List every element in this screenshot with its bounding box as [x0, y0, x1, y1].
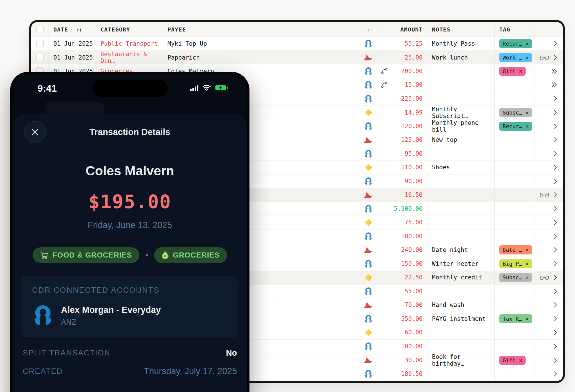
amount-value: 22.50: [405, 274, 423, 281]
chevron-icon[interactable]: [554, 41, 557, 46]
chevron-icon[interactable]: [554, 261, 557, 266]
chevron-icon[interactable]: [554, 275, 557, 280]
table-row[interactable]: 01 Jun 2025Public TransportMyki Top Up55…: [31, 37, 563, 51]
row-select-cell: [31, 37, 49, 50]
account-row[interactable]: Alex Morgan - Everyday ANZ: [32, 304, 228, 327]
notes-column-header[interactable]: NOTES: [427, 22, 495, 37]
tag-cell: [495, 326, 534, 340]
chevron-icon[interactable]: [554, 316, 557, 321]
sort-icon[interactable]: ↑↓: [367, 26, 372, 33]
amount-value: 240.00: [401, 246, 423, 253]
chevron-icon[interactable]: [554, 96, 557, 101]
chevron-icon[interactable]: [554, 192, 557, 197]
tag-pill[interactable]: Recur…×: [499, 122, 532, 131]
actions-cell: [534, 284, 563, 298]
category-column-header[interactable]: CATEGORY: [96, 22, 163, 37]
chevron-icon[interactable]: [554, 247, 557, 252]
anz-bank-icon: [364, 232, 373, 241]
row-checkbox[interactable]: [36, 40, 44, 47]
qantas-bank-icon: [364, 357, 373, 364]
select-all-checkbox[interactable]: [36, 26, 44, 33]
tag-pill[interactable]: Subsc…×: [499, 108, 532, 117]
merchant-name: Coles Malvern: [13, 163, 247, 178]
amount-value: 550.00: [401, 315, 423, 322]
actions-cell: [534, 353, 563, 367]
tag-remove-icon[interactable]: ×: [526, 109, 529, 116]
notes-cell: [427, 216, 495, 229]
actions-cell: [534, 202, 563, 216]
notes-cell: New top: [427, 133, 495, 147]
transaction-details-sheet: Transaction Details Coles Malvern $195.0…: [13, 114, 247, 392]
tag-remove-icon[interactable]: ×: [526, 316, 529, 322]
anz-bank-icon: [32, 304, 54, 327]
chevron-icon[interactable]: [554, 289, 557, 294]
chevron-icon[interactable]: [554, 330, 557, 335]
tag-pill[interactable]: Recur…×: [499, 39, 532, 48]
amount-value: 150.00: [401, 260, 423, 267]
actions-cell: [534, 367, 563, 381]
anz-bank-icon: [364, 39, 373, 48]
tag-remove-icon[interactable]: ×: [519, 68, 522, 74]
chevron-icon[interactable]: [554, 220, 557, 225]
tag-column-header[interactable]: TAG: [495, 22, 534, 37]
tag-cell: Tax R…×: [495, 312, 534, 326]
tag-cell: [495, 202, 534, 216]
amount-cell: 55.25: [377, 37, 427, 50]
chevron-icon[interactable]: [554, 124, 557, 129]
notes-cell: [427, 284, 495, 298]
chevron-icon[interactable]: [554, 371, 557, 376]
date-column-header[interactable]: DATE ↑↓: [49, 22, 96, 37]
amount-column-header[interactable]: AMOUNT: [377, 22, 427, 37]
status-icons: [190, 84, 228, 92]
table-row[interactable]: 01 Jun 2025Restaurants & Din…Papparich25…: [31, 51, 563, 65]
actions-cell: [534, 188, 563, 202]
tag-remove-icon[interactable]: ×: [526, 41, 529, 47]
notes-cell: Shoes: [427, 161, 495, 174]
qantas-bank-icon: [364, 54, 373, 61]
tag-remove-icon[interactable]: ×: [526, 54, 529, 61]
amount-cell: 15.00: [377, 78, 427, 92]
amount-cell: 125.00: [377, 133, 427, 147]
chevron-icon[interactable]: [554, 234, 557, 239]
tag-remove-icon[interactable]: ×: [526, 123, 529, 129]
double-chevron-icon[interactable]: [552, 82, 557, 87]
tag-pill[interactable]: Date …×: [499, 245, 532, 254]
sort-icon[interactable]: ↑↓: [76, 26, 81, 33]
tag-pill[interactable]: Tax R…×: [499, 314, 532, 323]
chevron-icon[interactable]: [554, 55, 557, 60]
actions-cell: [534, 298, 563, 312]
anz-bank-icon: [364, 122, 373, 130]
chevron-icon[interactable]: [554, 344, 557, 349]
amount-value: 95.00: [405, 150, 423, 157]
tag-pill[interactable]: Subsc…×: [499, 273, 532, 282]
chevron-icon[interactable]: [554, 206, 557, 211]
created-value: Thursday, July 17, 2025: [144, 366, 237, 376]
category-pill-groceries[interactable]: GROCERIES: [154, 247, 227, 263]
chevron-icon[interactable]: [554, 110, 557, 115]
chevron-icon[interactable]: [554, 358, 557, 363]
tag-pill[interactable]: Gift×: [499, 356, 526, 365]
double-chevron-icon[interactable]: [552, 69, 557, 74]
amount-cell: 55.00: [377, 284, 427, 298]
tag-remove-icon[interactable]: ×: [526, 274, 529, 281]
notes-cell: PAYG instalment: [427, 312, 495, 326]
payee-column-header[interactable]: PAYEE ↑↓: [163, 22, 377, 37]
tag-remove-icon[interactable]: ×: [526, 247, 529, 253]
chevron-icon[interactable]: [554, 302, 557, 307]
tag-column-label: TAG: [499, 26, 510, 33]
chevron-icon[interactable]: [554, 137, 557, 142]
tag-pill[interactable]: Big P…×: [499, 259, 532, 268]
chevron-icon[interactable]: [554, 179, 557, 184]
tag-remove-icon[interactable]: ×: [519, 357, 522, 363]
amount-value: 225.00: [401, 95, 423, 102]
tag-pill[interactable]: Gift×: [499, 67, 526, 76]
chevron-icon[interactable]: [554, 165, 557, 170]
amount-cell: 22.50: [377, 271, 427, 284]
tag-pill[interactable]: Work …×: [499, 53, 532, 62]
amount-value: 75.00: [405, 219, 423, 226]
tag-remove-icon[interactable]: ×: [526, 261, 529, 267]
row-checkbox[interactable]: [36, 54, 44, 61]
chevron-icon[interactable]: [554, 151, 557, 156]
category-pill-food-groceries[interactable]: FOOD & GROCERIES: [33, 247, 139, 263]
split-transaction-value: No: [226, 348, 237, 358]
